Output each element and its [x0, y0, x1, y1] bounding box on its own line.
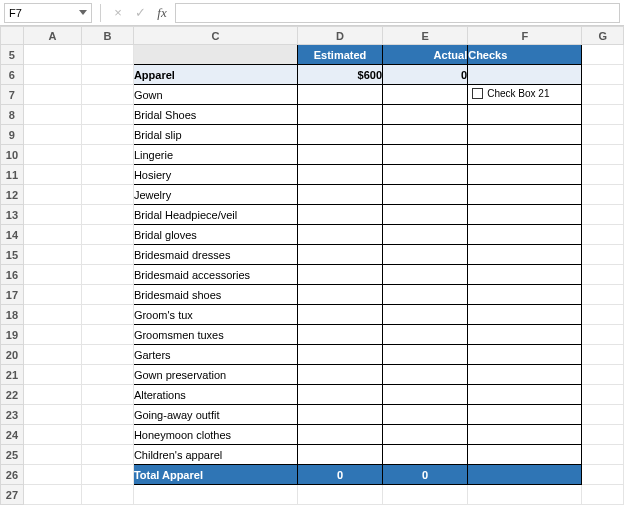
col-header[interactable]: B [81, 27, 133, 45]
item-label[interactable]: Going-away outfit [133, 405, 297, 425]
cell[interactable] [383, 225, 468, 245]
row-header[interactable]: 9 [1, 125, 24, 145]
cell[interactable] [81, 345, 133, 365]
cell[interactable] [81, 405, 133, 425]
cell[interactable] [383, 485, 468, 505]
cell[interactable] [468, 145, 582, 165]
cell[interactable] [383, 265, 468, 285]
header-checks[interactable]: Checks [468, 45, 582, 65]
total-actual[interactable]: 0 [383, 465, 468, 485]
header-estimated[interactable]: Estimated [297, 45, 382, 65]
col-header[interactable]: A [23, 27, 81, 45]
cell[interactable] [582, 345, 624, 365]
cell[interactable] [297, 105, 382, 125]
cell[interactable] [468, 485, 582, 505]
cell[interactable] [81, 465, 133, 485]
cell[interactable] [582, 405, 624, 425]
cell[interactable] [81, 45, 133, 65]
row-header[interactable]: 22 [1, 385, 24, 405]
cell[interactable] [23, 485, 81, 505]
row-header[interactable]: 21 [1, 365, 24, 385]
cell[interactable] [23, 45, 81, 65]
row-header[interactable]: 26 [1, 465, 24, 485]
row-header[interactable]: 18 [1, 305, 24, 325]
row-header[interactable]: 15 [1, 245, 24, 265]
cell[interactable] [81, 385, 133, 405]
cell[interactable] [582, 125, 624, 145]
cell[interactable] [582, 165, 624, 185]
cell[interactable] [297, 425, 382, 445]
cell[interactable] [383, 325, 468, 345]
cell[interactable] [81, 325, 133, 345]
cell[interactable] [468, 205, 582, 225]
item-label[interactable]: Gown preservation [133, 365, 297, 385]
select-all-corner[interactable] [1, 27, 24, 45]
col-header[interactable]: D [297, 27, 382, 45]
row-header[interactable]: 7 [1, 85, 24, 105]
cell[interactable] [297, 345, 382, 365]
cell[interactable] [582, 445, 624, 465]
cell[interactable] [383, 345, 468, 365]
section-estimated[interactable]: $600 [297, 65, 382, 85]
cell[interactable] [81, 285, 133, 305]
cell[interactable] [468, 65, 582, 85]
cell[interactable] [297, 365, 382, 385]
cell[interactable] [468, 325, 582, 345]
cell[interactable] [297, 225, 382, 245]
cell[interactable] [297, 485, 382, 505]
item-label[interactable]: Bridesmaid dresses [133, 245, 297, 265]
item-label[interactable]: Bridal Shoes [133, 105, 297, 125]
cell[interactable] [383, 385, 468, 405]
cell[interactable] [468, 225, 582, 245]
cell[interactable] [383, 145, 468, 165]
cell[interactable] [383, 85, 468, 105]
header-actual[interactable]: Actual [383, 45, 468, 65]
cell[interactable] [468, 105, 582, 125]
item-label[interactable]: Groomsmen tuxes [133, 325, 297, 345]
cell[interactable] [23, 325, 81, 345]
cell[interactable] [81, 145, 133, 165]
cell[interactable] [297, 245, 382, 265]
cell[interactable] [468, 365, 582, 385]
row-header[interactable]: 13 [1, 205, 24, 225]
cell[interactable] [81, 245, 133, 265]
cell[interactable] [23, 445, 81, 465]
spreadsheet-grid[interactable]: A B C D E F G 5 Estimated Actual Checks … [0, 26, 624, 505]
formula-input[interactable] [175, 3, 620, 23]
item-label[interactable]: Honeymoon clothes [133, 425, 297, 445]
cell[interactable] [383, 405, 468, 425]
cell[interactable] [582, 285, 624, 305]
row-header[interactable]: 16 [1, 265, 24, 285]
row-header[interactable]: 12 [1, 185, 24, 205]
cell[interactable] [582, 385, 624, 405]
cell[interactable] [297, 85, 382, 105]
cell[interactable] [23, 225, 81, 245]
cell[interactable] [133, 485, 297, 505]
row-header[interactable]: 14 [1, 225, 24, 245]
cell[interactable] [297, 305, 382, 325]
total-estimated[interactable]: 0 [297, 465, 382, 485]
cell[interactable] [81, 445, 133, 465]
cell[interactable] [582, 305, 624, 325]
cell[interactable] [23, 245, 81, 265]
cell[interactable] [582, 185, 624, 205]
cell[interactable] [23, 205, 81, 225]
cell[interactable] [383, 305, 468, 325]
cell[interactable] [582, 245, 624, 265]
cell[interactable] [468, 265, 582, 285]
cell[interactable] [582, 205, 624, 225]
cell[interactable] [582, 425, 624, 445]
row-header[interactable]: 23 [1, 405, 24, 425]
cell[interactable] [81, 205, 133, 225]
row-header[interactable]: 6 [1, 65, 24, 85]
item-label[interactable]: Bridal slip [133, 125, 297, 145]
cell[interactable] [23, 305, 81, 325]
cell[interactable] [468, 305, 582, 325]
cell[interactable] [582, 145, 624, 165]
col-header[interactable]: G [582, 27, 624, 45]
cell[interactable] [23, 65, 81, 85]
checkbox-control[interactable]: Check Box 21 [468, 88, 549, 99]
cell[interactable] [582, 325, 624, 345]
cell[interactable] [81, 185, 133, 205]
cell[interactable] [23, 185, 81, 205]
